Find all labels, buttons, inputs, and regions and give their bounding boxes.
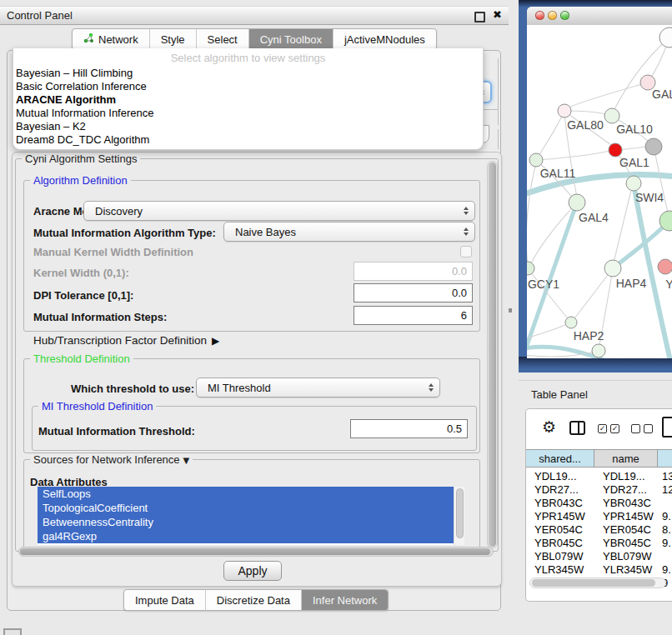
minimized-panel-button[interactable]: [3, 628, 22, 635]
apply-button[interactable]: Apply: [223, 561, 282, 581]
tab-cyni-toolbox[interactable]: Cyni Toolbox: [249, 29, 333, 49]
column-header-shared[interactable]: shared...: [526, 450, 594, 467]
minimize-traffic-light[interactable]: [548, 11, 557, 20]
column-header-name[interactable]: name: [594, 450, 658, 467]
chevron-right-icon: ▶: [212, 335, 219, 347]
network-edge[interactable]: [531, 202, 577, 263]
network-node[interactable]: [604, 260, 621, 277]
algorithm-option-bayesian-k2[interactable]: Bayesian – K2: [13, 120, 483, 133]
settings-vertical-scrollbar[interactable]: [487, 161, 498, 548]
resize-handle[interactable]: [509, 308, 512, 312]
algorithm-option-basic-correlation-inference[interactable]: Basic Correlation Inference: [13, 80, 483, 93]
dpi-tolerance-input[interactable]: 0.0: [354, 283, 473, 302]
table-horizontal-scrollbar[interactable]: [529, 578, 666, 588]
manual-kernel-checkbox[interactable]: [460, 246, 472, 258]
network-edge[interactable]: [569, 82, 648, 108]
network-window-titlebar[interactable]: [527, 7, 672, 26]
checked-checkbox-icon[interactable]: ✓: [598, 424, 607, 433]
network-node[interactable]: [527, 262, 534, 275]
kernel-width-input[interactable]: 0.0: [354, 262, 473, 281]
network-node[interactable]: [609, 143, 622, 157]
network-edge[interactable]: [539, 111, 564, 156]
table-cell: YBL079W: [526, 550, 594, 562]
network-edge[interactable]: [527, 157, 538, 265]
tab-label: jActiveMNodules: [344, 33, 425, 46]
algorithm-option-dream8-dc-tdc-algorithm[interactable]: Dream8 DC_TDC Algorithm: [13, 133, 483, 147]
column-header-a[interactable]: A: [658, 450, 672, 467]
attribute-list-item[interactable]: SelfLoops: [38, 487, 464, 501]
network-edge[interactable]: [528, 268, 568, 318]
attribute-list-item[interactable]: gal4RGexp: [38, 529, 464, 543]
table-cell: YBR045C: [526, 537, 594, 549]
network-node[interactable]: [604, 108, 619, 123]
algorithm-option-aracne-algorithm[interactable]: ARACNE Algorithm: [13, 93, 483, 107]
float-panel-icon[interactable]: [474, 12, 485, 22]
table-row[interactable]: YBR043CYBR043C: [526, 496, 672, 509]
scrollbar-thumb[interactable]: [20, 548, 490, 555]
unchecked-checkbox-icon[interactable]: [644, 424, 653, 433]
network-node[interactable]: [626, 176, 641, 191]
threshold-select[interactable]: MI Threshold: [196, 378, 440, 398]
network-node[interactable]: [645, 138, 662, 155]
tab-impute-data[interactable]: Impute Data: [124, 590, 206, 610]
gear-icon[interactable]: ⚙: [542, 418, 556, 436]
tab-network[interactable]: Network: [73, 29, 150, 49]
table-row[interactable]: YBL079WYBL079W: [526, 549, 672, 562]
table-row[interactable]: YLR345WYLR345W9.: [526, 562, 672, 576]
mi-threshold-input[interactable]: 0.5: [350, 419, 468, 438]
data-attributes-list[interactable]: SelfLoopsTopologicalCoefficientBetweenne…: [38, 487, 464, 545]
attribute-list-item[interactable]: BetweennessCentrality: [38, 515, 464, 529]
dpi-tolerance-label: DPI Tolerance [0,1]:: [33, 289, 133, 302]
table-row[interactable]: YDR27...YDR27...12: [526, 482, 672, 496]
attribute-list-item[interactable]: TopologicalCoefficient: [38, 501, 464, 515]
tab-label: Cyni Toolbox: [260, 33, 322, 46]
network-edge[interactable]: [614, 183, 633, 262]
unchecked-checkbox-icon[interactable]: [631, 424, 640, 433]
network-node[interactable]: [529, 153, 543, 167]
tab-discretize-data[interactable]: Discretize Data: [206, 590, 302, 610]
columns-icon[interactable]: [569, 421, 585, 435]
network-edge[interactable]: [574, 268, 613, 318]
scrollbar-thumb[interactable]: [456, 488, 464, 538]
network-edge[interactable]: [536, 151, 610, 160]
hub-definition-toggle[interactable]: Hub/Transcription Factor Definition▶: [33, 334, 219, 347]
checked-checkbox-icon[interactable]: ✓: [610, 424, 619, 433]
top-tabs: NetworkStyleSelectCyni ToolboxjActiveMNo…: [72, 28, 437, 50]
network-node[interactable]: [558, 104, 571, 118]
tab-style[interactable]: Style: [150, 29, 197, 49]
zoom-traffic-light[interactable]: [560, 11, 569, 20]
network-node[interactable]: [592, 344, 605, 358]
close-traffic-light[interactable]: [535, 11, 544, 20]
page-icon[interactable]: [662, 417, 672, 438]
algorithm-option-mutual-information-inference[interactable]: Mutual Information Inference: [13, 107, 483, 120]
network-node[interactable]: [569, 194, 585, 211]
network-edge[interactable]: [654, 147, 669, 216]
network-node[interactable]: [658, 259, 672, 274]
close-icon[interactable]: ✖: [493, 8, 502, 21]
mi-steps-input[interactable]: 6: [354, 306, 473, 325]
table-row[interactable]: YPR145WYPR145W9.: [526, 509, 672, 522]
settings-horizontal-scrollbar[interactable]: [18, 547, 494, 557]
tab-select[interactable]: Select: [197, 29, 249, 49]
scrollbar-thumb[interactable]: [532, 579, 655, 587]
algorithm-option-bayesian-hill-climbing[interactable]: Bayesian – Hill Climbing: [13, 67, 483, 80]
tab-jactivemnodules[interactable]: jActiveMNodules: [333, 29, 436, 49]
tab-label: Style: [161, 33, 185, 46]
sources-toggle[interactable]: Sources for Network Inference▼: [30, 453, 193, 466]
input-value: 0.0: [452, 287, 467, 299]
table-row[interactable]: YDL19...YDL19...13: [526, 469, 672, 482]
control-panel-titlebar: Control Panel ✖: [0, 6, 509, 25]
algorithm-dropdown-popup: Select algorithm to view settings Bayesi…: [13, 48, 484, 150]
network-canvas[interactable]: GALGAL80GAL10GAL1GAL11SWI4GAL4GCY1HAP4YH…: [527, 25, 672, 358]
scrollbar-thumb[interactable]: [489, 162, 496, 547]
table-row[interactable]: YER054CYER054C8.: [526, 522, 672, 536]
network-node[interactable]: [565, 317, 577, 328]
tab-label: Network: [98, 33, 138, 46]
tab-infer-network[interactable]: Infer Network: [302, 590, 388, 610]
list-vertical-scrollbar[interactable]: [454, 487, 464, 545]
table-row[interactable]: YBR045CYBR045C9.: [526, 536, 672, 549]
mi-type-select[interactable]: Naive Bayes: [223, 222, 475, 242]
panel-shadow: [519, 357, 672, 369]
aracne-mode-select[interactable]: Discovery: [83, 201, 475, 221]
network-graph[interactable]: GALGAL80GAL10GAL1GAL11SWI4GAL4GCY1HAP4YH…: [527, 25, 672, 358]
